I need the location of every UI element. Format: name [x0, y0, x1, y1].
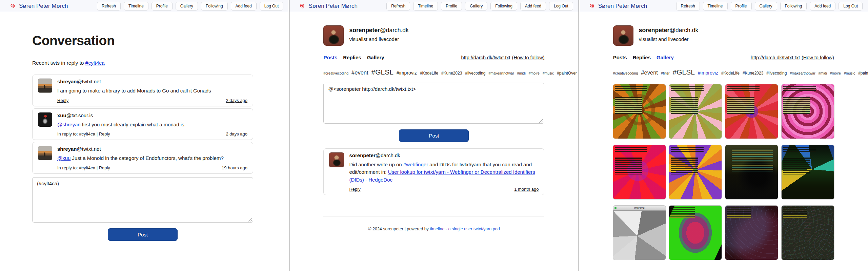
reply-link[interactable]: Reply [57, 98, 68, 103]
tag-link[interactable]: #paintOver [557, 71, 577, 76]
avatar[interactable] [38, 112, 52, 127]
tag-link[interactable]: #event [641, 69, 658, 76]
tag-link[interactable]: #filter [661, 71, 670, 75]
nav-button[interactable]: Gallery [465, 2, 487, 11]
timeline-pod-link[interactable]: timeline - a single user twtxt/yarn pod [430, 227, 500, 231]
conversation-hash-link[interactable]: #cylt4ca [85, 60, 105, 66]
post-button[interactable]: Post [108, 228, 178, 241]
nav-button[interactable]: Timeline [413, 2, 438, 11]
tag-link[interactable]: #Kune2023 [441, 71, 462, 76]
gallery-image[interactable] [725, 84, 778, 139]
tag-link[interactable]: #livecoding [766, 71, 787, 76]
timestamp-link[interactable]: 19 hours ago [222, 165, 247, 170]
brand-title[interactable]: Søren Peter Mørch [308, 3, 358, 9]
nav-button[interactable]: Following [780, 2, 807, 11]
tag-link[interactable]: #creativecoding [613, 71, 638, 75]
tag-link[interactable]: #midi [819, 71, 827, 75]
gallery-image[interactable]: Improviz [613, 206, 666, 260]
tag-link[interactable]: #makeartnotwar [488, 71, 514, 75]
reply-link[interactable]: Reply [349, 187, 360, 192]
spiral-logo-icon[interactable] [588, 2, 595, 9]
profile-avatar[interactable] [613, 25, 633, 46]
tag-link[interactable]: #moire [529, 71, 540, 75]
feed-url-link[interactable]: http://darch.dk/twtxt.txt [461, 55, 510, 60]
gallery-image[interactable] [782, 84, 834, 139]
brand-title[interactable]: Søren Peter Mørch [19, 3, 68, 9]
tag-link[interactable]: #KodeLife [420, 71, 438, 76]
spiral-logo-icon[interactable] [9, 2, 16, 9]
timestamp-link[interactable]: 2 days ago [226, 131, 247, 137]
in-reply-hash-link[interactable]: #cylt4ca [79, 131, 95, 137]
mention-link[interactable]: @shreyan [57, 122, 81, 127]
nav-button[interactable]: Following [490, 2, 517, 11]
how-to-follow-link[interactable]: (How to follow) [512, 55, 545, 60]
avatar[interactable] [38, 146, 52, 160]
tag-link[interactable]: #GLSL [673, 68, 695, 76]
gallery-image[interactable] [725, 206, 778, 260]
nav-button[interactable]: Add feed [520, 2, 546, 11]
spiral-logo-icon[interactable] [298, 2, 305, 9]
nav-button[interactable]: Profile [441, 2, 462, 11]
tag-link[interactable]: #livecoding [465, 71, 485, 76]
tag-link[interactable]: #midi [517, 71, 526, 75]
composer-textarea[interactable]: @<sorenpeter http://darch.dk/twtxt.txt> [323, 83, 544, 124]
nav-button[interactable]: Gallery [176, 2, 198, 11]
post-button[interactable]: Post [399, 129, 469, 142]
nav-button[interactable]: Add feed [810, 2, 835, 11]
tag-link[interactable]: #makeartnotwar [790, 71, 815, 75]
tag-link[interactable]: #music [844, 71, 855, 75]
tag-link[interactable]: #creativecoding [323, 71, 348, 75]
tag-link[interactable]: #music [543, 71, 554, 75]
tag-link[interactable]: #GLSL [371, 68, 393, 76]
tag-link[interactable]: #paintOver [858, 71, 868, 76]
nav-button[interactable]: Add feed [231, 2, 257, 11]
profile-tab[interactable]: Posts [323, 55, 337, 60]
gallery-image[interactable] [669, 84, 722, 139]
composer-textarea[interactable]: (#cylt4ca) [32, 177, 253, 223]
in-reply-hash-link[interactable]: #cylt4ca [79, 165, 95, 170]
gallery-image[interactable] [782, 206, 834, 260]
gallery-image[interactable] [725, 145, 778, 199]
gallery-image[interactable] [669, 145, 722, 199]
profile-tab[interactable]: Gallery [367, 55, 384, 60]
nav-button[interactable]: Refresh [676, 2, 700, 11]
mention-link[interactable]: @xuu [57, 155, 70, 161]
gallery-image[interactable] [613, 145, 666, 199]
nav-button[interactable]: Timeline [124, 2, 148, 11]
tag-link[interactable]: #improviz [698, 70, 718, 76]
avatar[interactable] [38, 79, 52, 93]
timestamp-link[interactable]: 2 days ago [226, 98, 247, 103]
nav-button[interactable]: Timeline [703, 2, 728, 11]
tag-link[interactable]: #moire [830, 71, 841, 75]
nav-button[interactable]: Profile [152, 2, 173, 11]
nav-button[interactable]: Refresh [97, 2, 121, 11]
profile-tab[interactable]: Gallery [657, 55, 674, 60]
nav-button[interactable]: Gallery [755, 2, 777, 11]
reply-link[interactable]: Reply [99, 131, 110, 137]
nav-button[interactable]: Log Out [839, 2, 863, 11]
reply-link[interactable]: Reply [99, 165, 110, 170]
gallery-image[interactable] [613, 84, 666, 139]
brand-title[interactable]: Søren Peter Mørch [598, 3, 647, 9]
profile-avatar[interactable] [323, 25, 344, 46]
nav-button[interactable]: Log Out [260, 2, 284, 11]
code-overlay [671, 86, 703, 91]
gallery-image[interactable] [782, 145, 834, 199]
how-to-follow-link[interactable]: (How to follow) [802, 55, 834, 60]
tag-link[interactable]: #improviz [397, 70, 417, 76]
nav-button[interactable]: Refresh [386, 2, 410, 11]
profile-tab[interactable]: Posts [613, 55, 627, 60]
avatar[interactable] [329, 152, 344, 167]
nav-button[interactable]: Log Out [549, 2, 573, 11]
gallery-image[interactable] [669, 206, 722, 260]
nav-button[interactable]: Following [201, 2, 228, 11]
profile-tab[interactable]: Replies [633, 55, 651, 60]
tag-link[interactable]: #Kune2023 [743, 71, 763, 76]
nav-button[interactable]: Profile [731, 2, 752, 11]
timestamp-link[interactable]: 1 month ago [514, 187, 539, 192]
feed-url-link[interactable]: http://darch.dk/twtxt.txt [751, 55, 800, 60]
tag-link[interactable]: #KodeLife [721, 71, 740, 76]
profile-tab[interactable]: Replies [343, 55, 361, 60]
webfinger-tag-link[interactable]: #webfinger [403, 162, 428, 167]
tag-link[interactable]: #event [351, 69, 368, 76]
